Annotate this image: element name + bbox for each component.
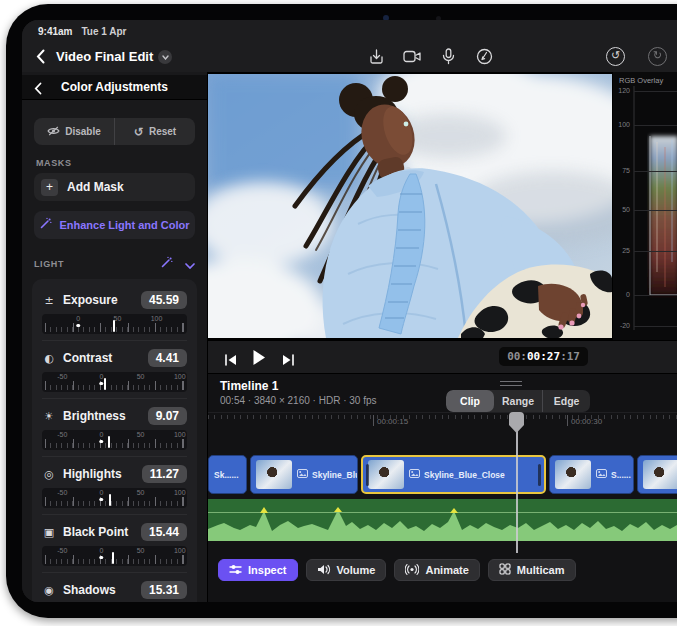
slider-value-badge[interactable]: 11.27 (142, 465, 187, 483)
timeline-meta: 00:54 · 3840 × 2160 · HDR · 30 fps (220, 395, 376, 406)
add-mask-label: Add Mask (67, 180, 124, 194)
ipad-bezel: 9:41am Tue 1 Apr Video Final Edit ↺ ↻ (6, 4, 677, 618)
slider-dial[interactable]: -50050100 (42, 488, 187, 508)
slider-dial[interactable]: -50050100 (42, 430, 187, 450)
slider-header: ◐ Contrast 4.41 (42, 349, 187, 367)
dial-tick-label: 0 (99, 489, 103, 496)
timecode-display[interactable]: 00:00:27:17 (499, 347, 588, 366)
mode-range[interactable]: Range (494, 390, 542, 412)
scope-tick-label: 0 (613, 291, 630, 298)
trim-handle-r[interactable] (538, 464, 541, 486)
collapse-chevron-icon[interactable] (185, 255, 195, 273)
pencil-draw-icon[interactable] (474, 46, 495, 67)
status-bar: 9:41am Tue 1 Apr (22, 20, 677, 42)
slider-value-badge[interactable]: 15.44 (141, 523, 187, 541)
timeline-ruler[interactable]: 00:00:1500:00:30 (208, 412, 677, 428)
microphone-icon[interactable] (438, 46, 459, 67)
clip-partial-4[interactable] (637, 455, 677, 494)
multicam-button[interactable]: Multicam (488, 559, 576, 581)
skip-to-start-icon[interactable] (224, 352, 237, 370)
disable-button[interactable]: Disable (34, 118, 114, 145)
slider-name: Highlights (63, 467, 122, 481)
highlights-icon: ◎ (42, 468, 56, 481)
dial-ticks (45, 381, 184, 390)
timecode-suffix: :17 (560, 350, 580, 363)
enhance-light-color-button[interactable]: Enhance Light and Color (34, 211, 195, 239)
volume-button[interactable]: Volume (306, 559, 387, 581)
dial-tick-label: 50 (137, 489, 145, 496)
main-area: RGB Overlay (208, 72, 677, 602)
slider-dial[interactable]: 050100 (42, 314, 187, 334)
content-area: Color Adjustments Disable ↺ Reset MASKS (22, 72, 677, 602)
slider-name: Black Point (63, 525, 128, 539)
panel-title: Color Adjustments (61, 80, 168, 94)
slider-header: ☀ Brightness 9.07 (42, 407, 187, 425)
slider-dial[interactable]: -50050100 (42, 546, 187, 566)
action-label: Volume (337, 564, 376, 576)
dial-tick-label: 100 (174, 431, 186, 438)
project-title[interactable]: Video Final Edit (56, 49, 153, 64)
rgb-overlay-scope: RGB Overlay (612, 72, 677, 340)
timeline-action-bar: InspectVolumeAnimateMulticam (218, 559, 576, 581)
scope-gridline (634, 210, 677, 211)
plus-icon: + (41, 179, 58, 196)
slider-shadows: ◉ Shadows 15.31 -50050100 (42, 573, 187, 602)
audio-waveform (208, 499, 677, 541)
timeline-name[interactable]: Timeline 1 (220, 379, 278, 393)
volume-icon (317, 564, 331, 577)
dial-value-marker[interactable] (108, 436, 110, 448)
dial-value-marker[interactable] (113, 320, 115, 332)
project-menu-chevron-icon[interactable] (158, 50, 172, 64)
slider-value-badge[interactable]: 4.41 (148, 349, 187, 367)
redo-icon[interactable]: ↻ (648, 47, 667, 66)
panel-drag-handle[interactable] (500, 381, 522, 386)
slider-value-badge[interactable]: 45.59 (141, 291, 187, 309)
timeline-tracks: Sk......Skyline_Blue_WideSkyline_Blue_Cl… (208, 428, 677, 602)
scope-tick-label: 75 (613, 167, 630, 174)
camera-icon[interactable] (402, 46, 423, 67)
animate-button[interactable]: Animate (394, 559, 479, 581)
inspect-button[interactable]: Inspect (218, 559, 298, 581)
skip-to-end-icon[interactable] (282, 352, 295, 370)
import-icon[interactable] (366, 46, 387, 67)
dial-value-marker[interactable] (112, 552, 114, 564)
undo-icon[interactable]: ↺ (606, 47, 625, 66)
top-toolbar: Video Final Edit ↺ ↻ (22, 42, 677, 72)
scope-gridline (634, 295, 677, 296)
action-label: Animate (425, 564, 468, 576)
reset-button[interactable]: ↺ Reset (114, 118, 195, 145)
mode-clip[interactable]: Clip (446, 390, 494, 412)
slider-value-badge[interactable]: 15.31 (141, 581, 187, 599)
dial-tick-label: 0 (99, 547, 103, 554)
add-mask-button[interactable]: + Add Mask (34, 173, 195, 201)
auto-enhance-icon[interactable] (160, 255, 173, 273)
clip-skyline-blue-wide[interactable]: Skyline_Blue_Wide (250, 455, 358, 494)
slider-value-badge[interactable]: 9.07 (148, 407, 187, 425)
dial-zero-dot (100, 556, 104, 560)
dial-tick-label: 50 (137, 431, 145, 438)
clip-thumbnail (368, 460, 404, 489)
slider-brightness: ☀ Brightness 9.07 -50050100 (42, 399, 187, 457)
contrast-icon: ◐ (42, 352, 56, 365)
enhance-label: Enhance Light and Color (59, 219, 189, 231)
color-adjustments-panel: Color Adjustments Disable ↺ Reset MASKS (22, 72, 208, 602)
timecode-prefix: 00: (507, 350, 527, 363)
clip-skyline-blue-close[interactable]: Skyline_Blue_Close (361, 455, 546, 494)
dial-value-marker[interactable] (104, 378, 106, 390)
video-viewer[interactable] (208, 72, 612, 340)
panel-back-icon[interactable] (34, 81, 42, 99)
audio-track[interactable] (208, 499, 677, 541)
dial-tick-label: 100 (174, 489, 186, 496)
back-icon[interactable] (36, 49, 45, 68)
screenshot-stage: 9:41am Tue 1 Apr Video Final Edit ↺ ↻ (0, 0, 677, 626)
mode-edge[interactable]: Edge (542, 390, 590, 412)
status-time: 9:41am (38, 26, 72, 37)
slider-dial[interactable]: -50050100 (42, 372, 187, 392)
timeline-panel: Timeline 1 00:54 · 3840 × 2160 · HDR · 3… (208, 374, 677, 602)
trim-handle-l[interactable] (366, 464, 369, 486)
play-icon[interactable] (252, 349, 266, 370)
clip-sk[interactable]: Sk...... (208, 455, 247, 494)
action-label: Multicam (517, 564, 565, 576)
clip-s[interactable]: S...... (549, 455, 634, 494)
dial-value-marker[interactable] (109, 494, 111, 506)
